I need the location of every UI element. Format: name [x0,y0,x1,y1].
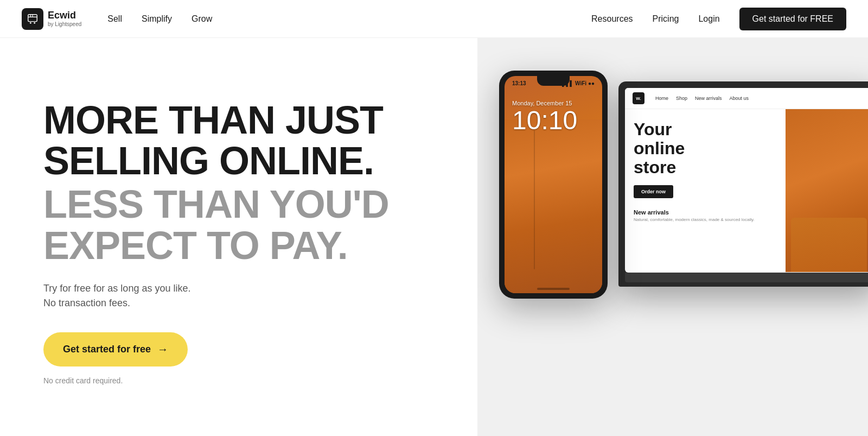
laptop-nav-links: Home Shop New arrivals About us [655,96,749,101]
hero-cta-label: Get started for free [63,344,151,355]
phone-bg: Monday, December 15 10:10 [505,76,602,293]
laptop-new-arrivals-label: New arrivals [634,209,777,216]
laptop-nav-arrivals: New arrivals [695,96,722,101]
devices-container: 13:13 ▌▌▌ WiFi ●● Monday, December 15 10… [477,38,868,436]
logo-brand: Ecwid [48,10,81,21]
nav-simplify[interactable]: Simplify [142,14,172,24]
laptop-content: Your online store Order now New arrivals… [625,109,868,272]
nav-right: Resources Pricing Login Get started for … [591,8,846,30]
laptop-nav-about: About us [730,96,749,101]
phone-datetime: Monday, December 15 10:10 [505,85,585,139]
laptop-title-line3: store [634,157,676,177]
hero-subtext: Try for free for as long as you like. No… [43,281,445,311]
nav-sell[interactable]: Sell [107,14,122,24]
hero-left: MORE THAN JUST SELLING ONLINE. LESS THAN… [0,38,477,436]
phone-jacket-image [505,119,602,293]
ecwid-logo-icon [22,8,43,30]
nav-cta-button[interactable]: Get started for FREE [739,8,846,30]
phone-clock: 10:10 [512,108,577,134]
phone-screen: 13:13 ▌▌▌ WiFi ●● Monday, December 15 10… [505,76,602,293]
nav-grow[interactable]: Grow [192,14,212,24]
navbar: Ecwid by Lightspeed Sell Simplify Grow R… [0,0,868,38]
svg-point-1 [30,22,31,23]
phone-mockup: 13:13 ▌▌▌ WiFi ●● Monday, December 15 10… [499,71,608,299]
nav-left: Sell Simplify Grow [107,14,212,24]
laptop-title-line1: Your [634,119,672,139]
hero-right: 13:13 ▌▌▌ WiFi ●● Monday, December 15 10… [477,38,868,436]
nav-pricing[interactable]: Pricing [653,14,679,24]
laptop-text-area: Your online store Order now New arrivals… [625,109,786,272]
hero-section: MORE THAN JUST SELLING ONLINE. LESS THAN… [0,38,868,436]
hero-cta-button[interactable]: Get started for free → [43,332,188,367]
laptop-screen: W. Home Shop New arrivals About us Your [625,88,868,273]
svg-point-2 [34,22,35,23]
laptop-nav-shop: Shop [676,96,687,101]
laptop-logo: W. [633,92,644,104]
laptop-order-button[interactable]: Order now [634,185,673,198]
laptop-bottom-bar [625,273,868,282]
laptop-mockup: W. Home Shop New arrivals About us Your [618,81,868,287]
laptop-new-arrivals-sub: Natural, comfortable, modern classics, m… [634,217,777,222]
phone-home-bar [537,288,570,290]
laptop-thumbnail [791,218,867,272]
hero-headline-gray: LESS THAN YOU'D EXPECT TO PAY. [43,184,445,266]
laptop-title-line2: online [634,138,685,158]
logo[interactable]: Ecwid by Lightspeed [22,8,81,30]
laptop-product-image [786,109,868,272]
nav-resources[interactable]: Resources [591,14,633,24]
no-credit-card-text: No credit card required. [43,376,445,385]
nav-login[interactable]: Login [698,14,719,24]
hero-subtext-line2: No transaction fees. [43,298,130,308]
hero-cta-arrow: → [157,343,168,356]
laptop-nav-home: Home [655,96,668,101]
hero-subtext-line1: Try for free for as long as you like. [43,283,190,294]
hero-headline-dark: MORE THAN JUST SELLING ONLINE. [43,100,445,182]
laptop-nav-bar: W. Home Shop New arrivals About us [625,88,868,109]
logo-sub: by Lightspeed [48,21,81,27]
laptop-store-title: Your online store [634,120,777,178]
logo-text: Ecwid by Lightspeed [48,10,81,27]
phone-notch [537,76,570,86]
